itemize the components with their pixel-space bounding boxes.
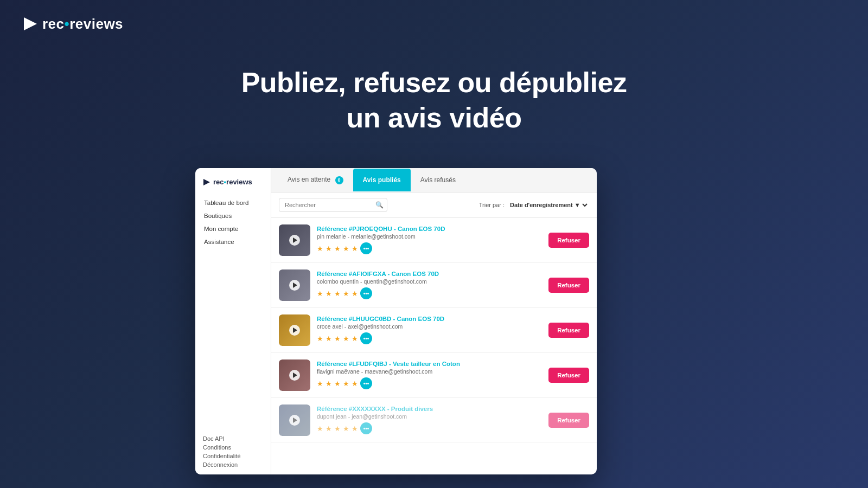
stars-row-1: ★ ★ ★ ★ ★ •••: [317, 242, 542, 254]
more-button-2[interactable]: •••: [360, 287, 372, 299]
star: ★: [326, 290, 332, 298]
review-title-1: Référence #PJROEQOHU - Canon EOS 70D: [317, 226, 542, 232]
tabs-bar: Avis en attente 0 Avis publiés Avis refu…: [271, 168, 597, 192]
review-item: Référence #XXXXXXXX - Produit divers dup…: [271, 398, 597, 443]
star: ★: [352, 425, 358, 433]
star: ★: [352, 290, 358, 298]
refuse-button-1[interactable]: Refuser: [548, 233, 589, 248]
sidebar-item-dashboard[interactable]: Tableau de bord: [201, 197, 265, 209]
search-icon[interactable]: 🔍: [375, 201, 384, 209]
tab-refused[interactable]: Avis refusés: [411, 169, 465, 191]
review-title-3: Référence #LHUUGC0BD - Canon EOS 70D: [317, 316, 542, 322]
hero-heading: Publiez, refusez ou dépubliez un avis vi…: [0, 65, 868, 136]
play-button-4[interactable]: [289, 370, 300, 381]
stars-row-2: ★ ★ ★ ★ ★ •••: [317, 287, 542, 299]
review-user-2: colombo quentin - quentin@getinshoot.com: [317, 278, 542, 285]
star: ★: [343, 335, 349, 343]
sidebar-item-account[interactable]: Mon compte: [201, 223, 265, 235]
star: ★: [343, 380, 349, 388]
refuse-button-2[interactable]: Refuser: [548, 278, 589, 293]
star: ★: [334, 380, 341, 388]
search-bar: 🔍 Trier par : Date d'enregistrement ▼ No…: [271, 192, 597, 218]
app-window: rec•reviews Tableau de bord Boutiques Mo…: [195, 168, 597, 474]
review-item: Référence #LHUUGC0BD - Canon EOS 70D cro…: [271, 308, 597, 353]
stars-row-3: ★ ★ ★ ★ ★ •••: [317, 332, 542, 344]
stars-row-4: ★ ★ ★ ★ ★ •••: [317, 377, 542, 389]
sidebar-nav: Tableau de bord Boutiques Mon compte Ass…: [195, 197, 271, 430]
review-thumb-4[interactable]: [279, 359, 310, 391]
play-button-2[interactable]: [289, 280, 300, 291]
star: ★: [334, 425, 341, 433]
star: ★: [334, 290, 341, 298]
header: rec•reviews: [22, 15, 123, 33]
tab-pending[interactable]: Avis en attente 0: [278, 168, 353, 192]
star: ★: [317, 380, 323, 388]
more-button-5[interactable]: •••: [360, 422, 372, 434]
review-thumb-3[interactable]: [279, 314, 310, 346]
review-info-1: Référence #PJROEQOHU - Canon EOS 70D pin…: [317, 226, 542, 254]
pending-badge: 0: [335, 176, 343, 184]
sidebar-footer-deconnexion[interactable]: Déconnexion: [203, 461, 263, 468]
review-user-1: pin melanie - melanie@getinshoot.com: [317, 233, 542, 240]
star: ★: [352, 380, 358, 388]
tab-published[interactable]: Avis publiés: [353, 169, 411, 191]
review-title-5: Référence #XXXXXXXX - Produit divers: [317, 406, 542, 412]
sort-label: Trier par : Date d'enregistrement ▼ Nom …: [479, 201, 589, 209]
sidebar-footer-confidentialite[interactable]: Confidentialité: [203, 453, 263, 459]
sidebar-footer-conditions[interactable]: Conditions: [203, 444, 263, 451]
star: ★: [326, 425, 332, 433]
star: ★: [334, 245, 341, 253]
more-button-4[interactable]: •••: [360, 377, 372, 389]
review-thumb-1[interactable]: [279, 224, 310, 256]
star: ★: [326, 245, 332, 253]
search-input[interactable]: [279, 198, 387, 212]
search-wrap: 🔍: [279, 198, 387, 212]
sidebar-footer: Doc API Conditions Confidentialité Décon…: [195, 430, 271, 468]
refuse-button-5[interactable]: Refuser: [548, 413, 589, 428]
refuse-button-4[interactable]: Refuser: [548, 368, 589, 383]
stars-row-5: ★ ★ ★ ★ ★ •••: [317, 422, 542, 434]
star: ★: [317, 245, 323, 253]
play-button-3[interactable]: [289, 325, 300, 336]
star: ★: [326, 335, 332, 343]
star: ★: [326, 380, 332, 388]
review-list: Référence #PJROEQOHU - Canon EOS 70D pin…: [271, 218, 597, 475]
star: ★: [343, 425, 349, 433]
review-info-4: Référence #LFUDFQIBJ - Veste tailleur en…: [317, 361, 542, 389]
more-button-3[interactable]: •••: [360, 332, 372, 344]
review-info-5: Référence #XXXXXXXX - Produit divers dup…: [317, 406, 542, 434]
review-user-5: dupont jean - jean@getinshoot.com: [317, 413, 542, 420]
sidebar-logo: rec•reviews: [195, 178, 271, 197]
sidebar-item-assistance[interactable]: Assistance: [201, 236, 265, 248]
review-thumb-2[interactable]: [279, 269, 310, 301]
star: ★: [352, 335, 358, 343]
review-thumb-5[interactable]: [279, 404, 310, 436]
sidebar: rec•reviews Tableau de bord Boutiques Mo…: [195, 168, 271, 474]
review-user-4: flavigni maëvane - maevane@getinshoot.co…: [317, 368, 542, 375]
star: ★: [343, 245, 349, 253]
play-button-1[interactable]: [289, 235, 300, 246]
logo-icon: [22, 15, 39, 33]
sort-select[interactable]: Date d'enregistrement ▼ Nom Note: [508, 201, 589, 209]
play-button-5[interactable]: [289, 415, 300, 426]
sidebar-footer-docapi[interactable]: Doc API: [203, 435, 263, 442]
refuse-button-3[interactable]: Refuser: [548, 323, 589, 338]
logo-text: rec•reviews: [42, 16, 123, 33]
review-user-3: croce axel - axel@getinshoot.com: [317, 323, 542, 330]
main-content: Avis en attente 0 Avis publiés Avis refu…: [271, 168, 597, 474]
svg-marker-1: [203, 179, 210, 185]
sidebar-item-boutiques[interactable]: Boutiques: [201, 210, 265, 222]
more-button-1[interactable]: •••: [360, 242, 372, 254]
star: ★: [317, 425, 323, 433]
sidebar-logo-icon: [203, 178, 210, 186]
review-item: Référence #AFIOIFGXA - Canon EOS 70D col…: [271, 263, 597, 308]
svg-marker-0: [24, 17, 37, 30]
review-item: Référence #LFUDFQIBJ - Veste tailleur en…: [271, 353, 597, 398]
hero-section: Publiez, refusez ou dépubliez un avis vi…: [0, 65, 868, 136]
review-info-3: Référence #LHUUGC0BD - Canon EOS 70D cro…: [317, 316, 542, 344]
star: ★: [317, 290, 323, 298]
review-item: Référence #PJROEQOHU - Canon EOS 70D pin…: [271, 218, 597, 263]
review-title-4: Référence #LFUDFQIBJ - Veste tailleur en…: [317, 361, 542, 367]
star: ★: [317, 335, 323, 343]
review-title-2: Référence #AFIOIFGXA - Canon EOS 70D: [317, 271, 542, 277]
